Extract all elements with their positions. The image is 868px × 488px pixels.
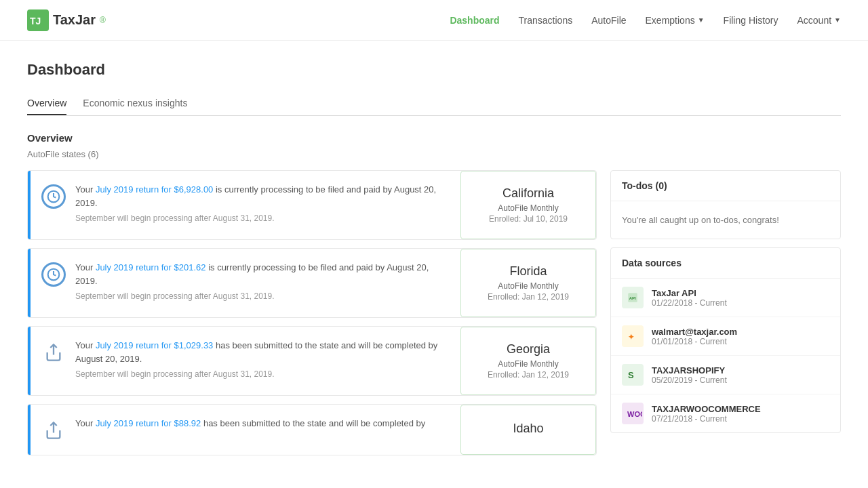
exemptions-arrow-icon: ▼ — [698, 16, 705, 24]
ds-date-shopify: 05/20/2019 - Current — [652, 375, 829, 385]
shopify-info: TAXJARSHOPIFY 05/20/2019 - Current — [652, 365, 829, 385]
ds-date-api: 01/22/2018 - Current — [652, 298, 829, 308]
state-name-georgia: Georgia — [507, 342, 550, 357]
subtext-california: September will begin processing after Au… — [75, 212, 450, 224]
shopify-icon: S — [622, 364, 644, 386]
file-items-list: Your July 2019 return for $6,928.00 is c… — [27, 170, 597, 455]
header: TJ TaxJar ® Dashboard Transactions AutoF… — [0, 0, 868, 41]
state-enrolled-california: Enrolled: Jul 10, 2019 — [489, 214, 568, 224]
processing-icon-florida — [41, 262, 66, 287]
processing-icon — [41, 184, 66, 209]
tab-economic-nexus[interactable]: Economic nexus insights — [83, 92, 187, 115]
walmart-info: walmart@taxjar.com 01/01/2018 - Current — [652, 327, 829, 346]
datasources-header: Data sources — [611, 248, 840, 279]
todos-panel: To-dos (0) You're all caught up on to-do… — [610, 170, 841, 239]
nav-autofile[interactable]: AutoFile — [591, 15, 626, 26]
woocommerce-info: TAXJARWOOCOMMERCE 07/21/2018 - Current — [652, 404, 829, 424]
svg-text:API: API — [629, 296, 636, 300]
state-type-california: AutoFile Monthly — [498, 203, 558, 213]
subtext-florida: September will begin processing after Au… — [75, 290, 450, 302]
state-enrolled-georgia: Enrolled: Jan 12, 2019 — [488, 370, 569, 380]
nav-filing-history[interactable]: Filing History — [724, 15, 778, 26]
file-text-georgia: Your July 2019 return for $1,029.33 has … — [75, 339, 450, 383]
autofile-states-label: AutoFile states (6) — [27, 149, 841, 159]
nav-transactions[interactable]: Transactions — [519, 15, 573, 26]
submitted-icon-georgia — [41, 340, 66, 365]
list-item: S TAXJARSHOPIFY 05/20/2019 - Current — [611, 356, 840, 394]
nav-account[interactable]: Account ▼ — [797, 15, 842, 26]
state-type-georgia: AutoFile Monthly — [498, 359, 558, 369]
svg-text:TJ: TJ — [30, 16, 41, 26]
state-name-florida: Florida — [509, 264, 547, 279]
after-link-4: has been submitted to the state and will… — [203, 418, 425, 428]
state-enrolled-florida: Enrolled: Jan 12, 2019 — [488, 292, 569, 302]
ds-name-walmart: walmart@taxjar.com — [652, 327, 829, 337]
taxjar-api-info: TaxJar API 01/22/2018 - Current — [652, 288, 829, 308]
tabs: Overview Economic nexus insights — [27, 92, 841, 116]
return-link-california[interactable]: July 2019 return for $6,928.00 — [96, 184, 213, 195]
nav-dashboard[interactable]: Dashboard — [450, 15, 499, 26]
table-row: Your July 2019 return for $201.62 is cur… — [27, 248, 597, 318]
datasources-panel: Data sources API TaxJar API 01/22/2018 -… — [610, 247, 841, 433]
main-content: Dashboard Overview Economic nexus insigh… — [0, 41, 868, 476]
walmart-icon: ✦ — [622, 325, 644, 347]
return-link-georgia[interactable]: July 2019 return for $1,029.33 — [96, 340, 213, 350]
todos-header: To-dos (0) — [611, 171, 840, 201]
svg-text:✦: ✦ — [628, 333, 634, 341]
file-info-florida: Your July 2019 return for $201.62 is cur… — [28, 249, 460, 317]
return-link-florida[interactable]: July 2019 return for $201.62 — [96, 262, 206, 272]
file-text-idaho: Your July 2019 return for $88.92 has bee… — [75, 417, 450, 433]
right-column: To-dos (0) You're all caught up on to-do… — [610, 170, 841, 455]
before-link-2: Your — [75, 262, 96, 272]
main-nav: Dashboard Transactions AutoFile Exemptio… — [450, 15, 841, 26]
ds-date-walmart: 01/01/2018 - Current — [652, 337, 829, 346]
page-title: Dashboard — [27, 61, 841, 79]
woocommerce-icon: WOO — [622, 403, 644, 424]
nav-exemptions[interactable]: Exemptions ▼ — [646, 15, 705, 26]
file-text-florida: Your July 2019 return for $201.62 is cur… — [75, 261, 450, 305]
file-info-georgia: Your July 2019 return for $1,029.33 has … — [28, 327, 460, 395]
file-info-idaho: Your July 2019 return for $88.92 has bee… — [28, 405, 460, 455]
content-grid: Your July 2019 return for $6,928.00 is c… — [27, 170, 841, 455]
state-card-florida[interactable]: Florida AutoFile Monthly Enrolled: Jan 1… — [460, 249, 596, 317]
before-link-4: Your — [75, 418, 96, 428]
logo-icon: TJ — [27, 9, 49, 31]
before-link-1: Your — [75, 184, 96, 195]
file-text-california: Your July 2019 return for $6,928.00 is c… — [75, 183, 450, 227]
before-link-3: Your — [75, 340, 96, 350]
logo[interactable]: TJ TaxJar ® — [27, 9, 106, 31]
table-row: Your July 2019 return for $1,029.33 has … — [27, 326, 597, 396]
list-item: ✦ walmart@taxjar.com 01/01/2018 - Curren… — [611, 317, 840, 356]
state-name-california: California — [502, 186, 554, 201]
logo-text: TaxJar — [53, 12, 96, 28]
state-card-california[interactable]: California AutoFile Monthly Enrolled: Ju… — [460, 171, 596, 239]
section-title: Overview — [27, 132, 841, 144]
list-item: API TaxJar API 01/22/2018 - Current — [611, 279, 840, 317]
svg-text:WOO: WOO — [627, 410, 642, 418]
state-card-georgia[interactable]: Georgia AutoFile Monthly Enrolled: Jan 1… — [460, 327, 596, 395]
ds-name-api: TaxJar API — [652, 288, 829, 298]
state-name-idaho: Idaho — [513, 422, 543, 436]
svg-text:S: S — [628, 370, 634, 380]
todos-body: You're all caught up on to-dos, congrats… — [611, 201, 840, 239]
ds-name-woo: TAXJARWOOCOMMERCE — [652, 404, 829, 414]
subtext-georgia: September will begin processing after Au… — [75, 368, 450, 380]
table-row: Your July 2019 return for $88.92 has bee… — [27, 404, 597, 455]
state-card-idaho[interactable]: Idaho — [460, 405, 596, 455]
taxjar-api-icon: API — [622, 287, 644, 308]
ds-name-shopify: TAXJARSHOPIFY — [652, 365, 829, 375]
table-row: Your July 2019 return for $6,928.00 is c… — [27, 170, 597, 240]
list-item: WOO TAXJARWOOCOMMERCE 07/21/2018 - Curre… — [611, 394, 840, 432]
state-type-florida: AutoFile Monthly — [498, 281, 558, 291]
tab-overview[interactable]: Overview — [27, 92, 66, 115]
submitted-icon-idaho — [41, 418, 66, 443]
logo-trademark: ® — [100, 16, 106, 25]
file-info-california: Your July 2019 return for $6,928.00 is c… — [28, 171, 460, 239]
account-arrow-icon: ▼ — [834, 16, 841, 24]
ds-date-woo: 07/21/2018 - Current — [652, 414, 829, 424]
return-link-idaho[interactable]: July 2019 return for $88.92 — [96, 418, 201, 428]
